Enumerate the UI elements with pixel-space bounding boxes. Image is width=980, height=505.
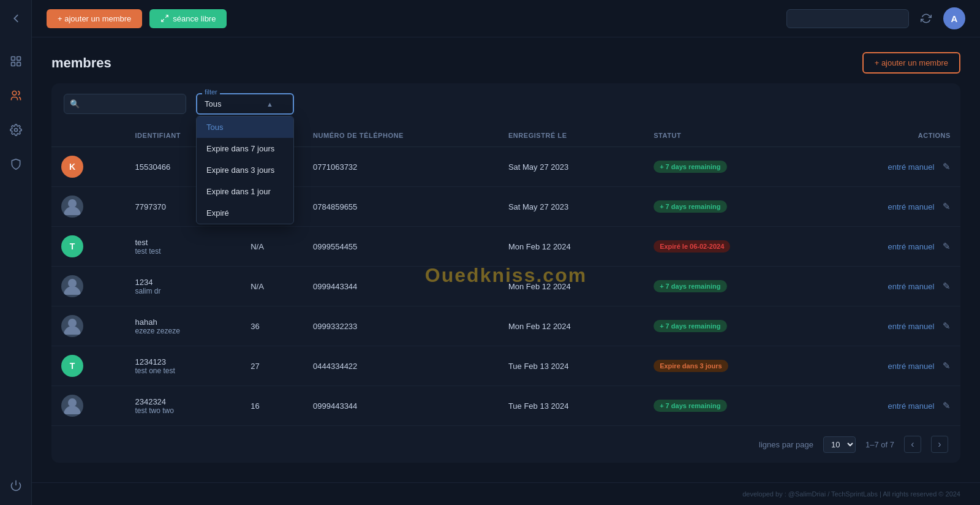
status-badge: + 7 days remaining xyxy=(654,200,726,213)
action-edit-btn[interactable]: ✎ xyxy=(943,161,951,172)
filter-option-7jours[interactable]: Expire dans 7 jours xyxy=(197,138,293,159)
topbar-search-input[interactable] xyxy=(786,9,909,28)
chevron-down-icon: ▲ xyxy=(266,101,273,108)
action-edit-btn[interactable]: ✎ xyxy=(943,241,951,251)
member-status-cell: + 7 days remaining xyxy=(644,267,815,306)
status-badge: Expiré le 06-02-2024 xyxy=(654,240,730,252)
member-age-cell: 36 xyxy=(241,306,303,346)
table-row: 7797370 15 0784859655 Sat May 27 2023 + … xyxy=(51,187,960,227)
members-table-card: 🔍 filter Tous ▲ Tous Expire dans 7 jours… xyxy=(51,83,960,463)
member-registered-cell: Tue Feb 13 2024 xyxy=(499,386,644,426)
svg-rect-2 xyxy=(11,63,15,66)
member-actions-cell: entré manuel ✎ xyxy=(815,386,960,426)
page-header: membres + ajouter un membre xyxy=(32,37,980,83)
refresh-btn[interactable] xyxy=(916,9,936,28)
member-actions-cell: entré manuel ✎ xyxy=(815,147,960,187)
member-actions-cell: entré manuel ✎ xyxy=(815,346,960,386)
pagination-row: lignes par page 10 25 50 1–7 of 7 ‹ › xyxy=(51,425,960,463)
col-actions: ACTIONS xyxy=(815,124,960,147)
sidebar-item-dashboard[interactable] xyxy=(6,51,26,71)
member-id: hahah xyxy=(135,317,231,327)
avatar: T xyxy=(61,235,83,257)
filter-select-btn[interactable]: Tous ▲ xyxy=(196,93,294,115)
status-badge: + 7 days remaining xyxy=(654,320,726,332)
table-search-input[interactable] xyxy=(64,94,186,114)
action-edit-btn[interactable]: ✎ xyxy=(943,281,951,291)
status-badge: + 7 days remaining xyxy=(654,280,726,292)
action-edit-btn[interactable]: ✎ xyxy=(943,201,951,211)
action-entre-manuel[interactable]: entré manuel xyxy=(888,202,934,211)
member-actions-cell: entré manuel ✎ xyxy=(815,306,960,346)
user-avatar-btn[interactable]: A xyxy=(943,7,965,29)
topbar-add-member-btn[interactable]: + ajouter un membre xyxy=(47,9,142,28)
filter-option-3jours[interactable]: Expire dans 3 jours xyxy=(197,159,293,181)
svg-point-10 xyxy=(68,398,77,407)
member-name: test test xyxy=(135,247,231,256)
pagination-next-btn[interactable]: › xyxy=(931,436,948,453)
sidebar-collapse-btn[interactable] xyxy=(7,10,24,27)
filter-option-expire[interactable]: Expiré xyxy=(197,202,293,224)
svg-rect-3 xyxy=(17,63,20,66)
member-avatar-cell xyxy=(51,306,125,346)
filter-selected-value: Tous xyxy=(205,99,221,108)
content-area: 🔍 filter Tous ▲ Tous Expire dans 7 jours… xyxy=(32,83,980,482)
member-id: 2342324 xyxy=(135,397,231,406)
topbar-seance-btn[interactable]: séance libre xyxy=(149,9,227,28)
member-status-cell: Expiré le 06-02-2024 xyxy=(644,227,815,267)
pagination-range: 1–7 of 7 xyxy=(865,440,894,449)
member-status-cell: + 7 days remaining xyxy=(644,306,815,346)
filter-option-1jour[interactable]: Expire dans 1 jour xyxy=(197,181,293,202)
member-avatar-cell: T xyxy=(51,227,125,267)
member-registered-cell: Sat May 27 2023 xyxy=(499,187,644,227)
svg-rect-1 xyxy=(17,57,20,61)
pagination-per-page-select[interactable]: 10 25 50 xyxy=(823,436,856,453)
member-phone-cell: 0999332233 xyxy=(303,306,499,346)
member-age-cell: 27 xyxy=(241,346,303,386)
action-entre-manuel[interactable]: entré manuel xyxy=(888,322,934,331)
action-entre-manuel[interactable]: entré manuel xyxy=(888,162,934,172)
sidebar-item-shield[interactable] xyxy=(6,154,26,174)
page-title: membres xyxy=(51,55,111,71)
svg-point-5 xyxy=(14,129,17,132)
member-id: test xyxy=(135,238,231,247)
member-identifier-cell: 1234salim dr xyxy=(125,267,241,306)
table-row: hahahezeze zezeze 36 0999332233 Mon Feb … xyxy=(51,306,960,346)
action-entre-manuel[interactable]: entré manuel xyxy=(888,242,934,251)
member-identifier-cell: testtest test xyxy=(125,227,241,267)
topbar: + ajouter un membre séance libre A xyxy=(32,0,980,37)
search-icon: 🔍 xyxy=(70,99,80,108)
member-identifier-cell: 1234123test one test xyxy=(125,346,241,386)
sidebar-item-settings[interactable] xyxy=(6,120,26,140)
page-add-member-btn[interactable]: + ajouter un membre xyxy=(862,52,960,74)
member-name: salim dr xyxy=(135,287,231,295)
member-id: 1234123 xyxy=(135,357,231,366)
member-avatar-cell: T xyxy=(51,346,125,386)
action-edit-btn[interactable]: ✎ xyxy=(943,400,951,411)
member-age-cell: N/A xyxy=(241,227,303,267)
action-edit-btn[interactable]: ✎ xyxy=(943,321,951,331)
table-row: T testtest test N/A 0999554455 Mon Feb 1… xyxy=(51,227,960,267)
search-wrap: 🔍 xyxy=(64,94,186,114)
action-entre-manuel[interactable]: entré manuel xyxy=(888,282,934,291)
member-registered-cell: Mon Feb 12 2024 xyxy=(499,227,644,267)
filter-dropdown-wrap: filter Tous ▲ Tous Expire dans 7 jours E… xyxy=(196,93,294,115)
action-entre-manuel[interactable]: entré manuel xyxy=(888,362,934,371)
avatar xyxy=(61,315,83,337)
pagination-prev-btn[interactable]: ‹ xyxy=(904,436,921,453)
member-phone-cell: 0999554455 xyxy=(303,227,499,267)
member-registered-cell: Tue Feb 13 2024 xyxy=(499,346,644,386)
svg-point-9 xyxy=(68,319,77,327)
member-actions-cell: entré manuel ✎ xyxy=(815,187,960,227)
action-entre-manuel[interactable]: entré manuel xyxy=(888,401,934,411)
filter-option-tous[interactable]: Tous xyxy=(197,116,293,138)
sidebar-power-btn[interactable] xyxy=(6,476,26,495)
sidebar-item-members[interactable] xyxy=(6,86,26,105)
avatar xyxy=(61,275,83,297)
action-edit-btn[interactable]: ✎ xyxy=(943,360,951,371)
member-phone-cell: 0999443344 xyxy=(303,386,499,426)
member-avatar-cell: K xyxy=(51,147,125,187)
table-row: 1234salim dr N/A 0999443344 Mon Feb 12 2… xyxy=(51,267,960,306)
filter-dropdown-menu: Tous Expire dans 7 jours Expire dans 3 j… xyxy=(196,116,294,224)
filter-row: 🔍 filter Tous ▲ Tous Expire dans 7 jours… xyxy=(51,83,960,124)
member-name: test two two xyxy=(135,406,231,415)
